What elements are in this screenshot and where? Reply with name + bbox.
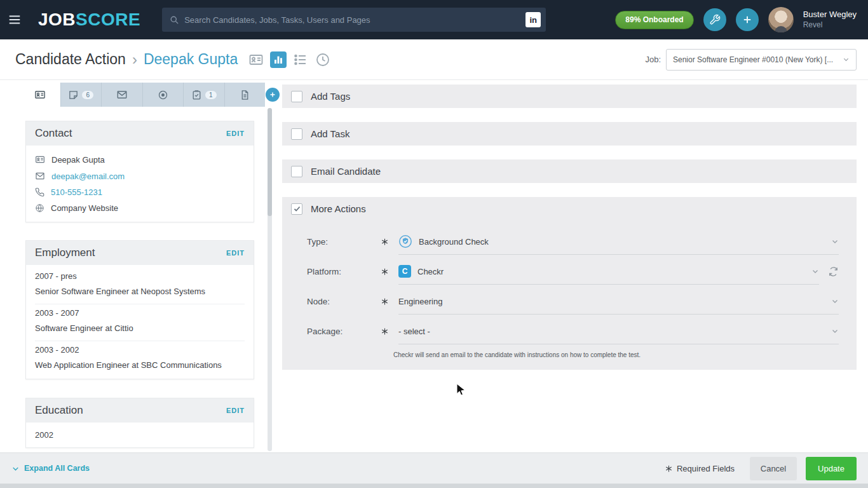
avatar[interactable] [768,7,794,32]
contact-email-row: deepak@email.com [35,171,245,181]
breadcrumb-separator: › [132,51,137,69]
add-tags-checkbox[interactable] [291,91,302,102]
sidebar-tabs: 6 1 [20,83,265,107]
scrollbar-thumb[interactable] [268,108,272,216]
profile-card-icon[interactable] [248,51,264,68]
package-value: - select - [398,327,430,336]
employment-edit-link[interactable]: EDIT [226,249,245,257]
view-switcher [248,51,331,68]
contact-email-link[interactable]: deepak@email.com [51,172,125,181]
add-task-checkbox[interactable] [291,128,302,140]
chevron-down-icon [11,464,20,473]
employment-card: Employment EDIT 2007 - pres Senior Softw… [25,240,254,379]
sidebar-scrollbar[interactable] [268,108,272,451]
contact-edit-link[interactable]: EDIT [226,130,245,137]
onboarded-badge[interactable]: 89% Onboarded [615,11,693,29]
chevron-down-icon [831,297,839,305]
add-button[interactable] [736,8,759,31]
chevron-down-icon [843,56,850,63]
platform-value: Checkr [417,267,444,276]
chevron-down-icon [811,268,819,275]
history-clock-icon[interactable] [315,51,331,68]
tab-documents[interactable] [225,83,266,107]
cancel-button[interactable]: Cancel [750,457,797,480]
page-header: Candidate Action › Deepak Gupta Job: Sen… [0,39,868,80]
clipboard-check-icon [191,90,202,100]
required-fields-note: Required Fields [665,464,735,473]
employment-entry: 2003 - 2007 Software Engineer at Cittio [35,304,245,341]
menu-icon[interactable] [0,13,29,27]
package-label: Package: [307,327,381,336]
education-title: Education [35,404,226,417]
candidate-sidebar: 6 1 [0,80,277,452]
tab-tasks[interactable]: 1 [184,83,225,107]
more-actions-label: More Actions [311,203,366,214]
global-search[interactable]: in [162,8,546,32]
checkr-icon: C [398,265,411,278]
contact-card: Contact EDIT Deepak Gupta deepak@email.c… [25,121,254,222]
action-row-email-candidate[interactable]: Email Candidate [282,159,857,183]
chevron-down-icon [831,238,839,245]
contact-card-header: Contact EDIT [26,121,254,146]
education-card-header: Education EDIT [26,398,254,423]
type-select[interactable]: Background Check [398,229,839,255]
plus-icon [742,14,753,25]
more-actions-checkbox[interactable] [291,203,302,215]
more-actions-section: More Actions Type: Background Check [282,197,857,370]
user-menu[interactable]: Buster Wegley Revel [803,10,857,29]
job-label: Job: [645,55,661,64]
breadcrumb-root: Candidate Action [15,51,126,68]
job-select[interactable]: Senior Software Engineer #0010 (New York… [666,49,857,71]
employment-role: Web Application Engineer at SBC Communic… [35,360,245,370]
mouse-cursor [456,383,466,400]
education-period: 2002 [35,430,245,440]
education-edit-link[interactable]: EDIT [226,407,245,414]
contact-website: Company Website [51,203,118,213]
employment-role: Software Engineer at Cittio [35,323,245,333]
employment-period: 2003 - 2007 [35,308,245,318]
linkedin-icon[interactable]: in [526,12,541,27]
search-input[interactable] [184,15,526,25]
required-asterisk-icon [381,238,398,246]
node-value: Engineering [398,297,442,306]
footer-buttons: Required Fields Cancel Update [665,457,857,480]
expand-all-cards-link[interactable]: Expand All Cards [11,464,90,473]
package-select[interactable]: - select - [398,319,839,344]
tools-button[interactable] [703,8,726,31]
logo[interactable]: JOBSCORE [38,10,140,30]
phone-icon [35,187,44,197]
required-asterisk-icon [381,327,398,336]
tab-notes[interactable]: 6 [61,83,102,107]
tab-screening[interactable] [143,83,184,107]
tab-profile[interactable] [20,83,61,107]
more-tabs-button[interactable] [266,88,280,102]
update-button[interactable]: Update [806,457,857,480]
action-row-more-actions[interactable]: More Actions [282,197,857,220]
platform-select[interactable]: C Checkr [398,259,819,285]
logo-score: SCORE [76,10,140,29]
contact-website-row: Company Website [35,203,245,213]
scorecard-chart-icon[interactable] [270,51,287,68]
action-row-add-tags[interactable]: Add Tags [282,85,857,108]
expand-all-cards-label: Expand All Cards [24,464,90,473]
employment-period: 2003 - 2002 [35,345,245,355]
top-navbar: JOBSCORE in 89% Onboarded Bust [0,0,868,39]
tab-email[interactable] [102,83,143,107]
type-field-row: Type: Background Check [282,227,857,257]
chevron-down-icon [831,327,839,335]
contact-phone-link[interactable]: 510-555-1231 [51,187,102,197]
document-icon [240,90,250,100]
contact-name: Deepak Gupta [51,155,105,165]
contact-title: Contact [35,127,226,140]
list-view-icon[interactable] [292,51,309,68]
node-select[interactable]: Engineering [398,289,839,315]
job-selector-area: Job: Senior Software Engineer #0010 (New… [645,49,857,71]
breadcrumb-candidate-name[interactable]: Deepak Gupta [144,51,238,68]
email-candidate-checkbox[interactable] [291,166,302,177]
action-row-add-task[interactable]: Add Task [282,122,857,146]
employment-role: Senior Software Engineer at Neopost Syst… [35,287,245,296]
contact-phone-row: 510-555-1231 [35,187,245,197]
employment-entry: 2003 - 2002 Web Application Engineer at … [35,341,245,372]
refresh-icon[interactable] [828,266,839,277]
jobscore-app: JOBSCORE in 89% Onboarded Bust [0,0,868,488]
